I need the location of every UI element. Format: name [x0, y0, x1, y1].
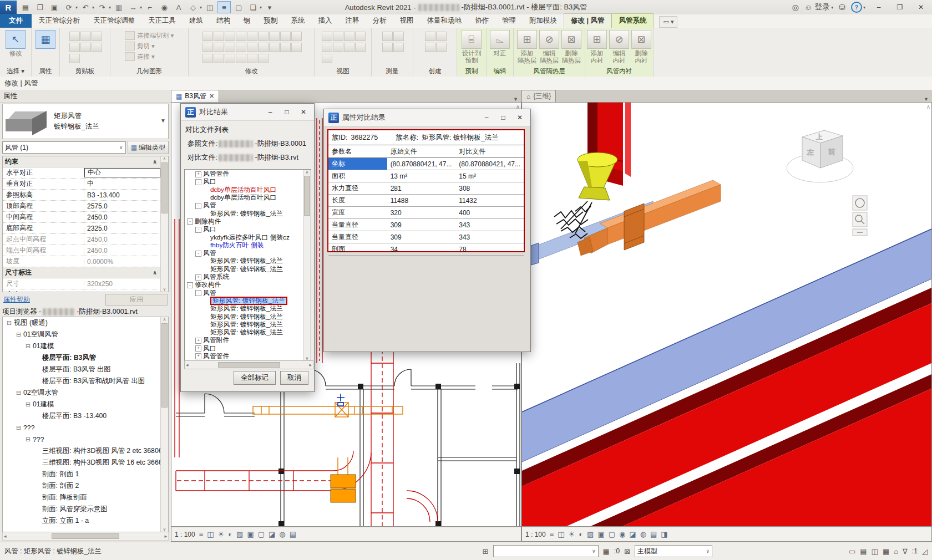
select-pinned-icon[interactable]: ◫ [872, 547, 878, 556]
property-dialog-titlebar[interactable]: 正 属性对比结果 – □ ✕ [324, 109, 530, 126]
compare-tree-item[interactable]: +风管附件 [185, 337, 303, 344]
sun-path-icon[interactable]: ☀ [569, 530, 575, 538]
plan-tab-overflow-icon[interactable]: ▼ [510, 96, 521, 102]
ribbon-display-toggle[interactable]: ▭ ▾ [659, 16, 677, 28]
type-selector[interactable]: 矩形风管 镀锌钢板_法兰 ▼ [2, 104, 169, 139]
browser-item[interactable]: ⊟01建模 [3, 399, 160, 410]
ribbon-tab-分析[interactable]: 分析 [366, 14, 393, 28]
view3d-scroll-hint-icon[interactable]: ∧ [926, 104, 930, 110]
dialog-maximize-icon[interactable]: □ [495, 111, 511, 124]
table-cell[interactable]: 343 [455, 231, 524, 243]
temporary-hide-icon[interactable]: ◪ [629, 530, 636, 538]
compare-tree-item[interactable]: -修改构件 [185, 281, 303, 289]
modify-tool-icon-11[interactable] [225, 43, 235, 52]
select-underlay-icon[interactable]: ▤ [860, 547, 867, 556]
browser-item[interactable]: 楼层平面: B3 -13.400 [3, 410, 160, 422]
tree-expand-icon[interactable]: + [195, 353, 201, 359]
table-cell[interactable]: 309 [387, 231, 456, 243]
design-options-icon[interactable]: ⊠ [624, 547, 630, 556]
ribbon-tab-插入[interactable]: 插入 [312, 14, 339, 28]
dialog-minimize-icon[interactable]: – [262, 106, 278, 118]
compare-tree-item[interactable]: -风口 [185, 178, 303, 186]
modify-tool-icon-12[interactable] [236, 43, 246, 52]
create-tool-icon-2[interactable] [425, 43, 435, 52]
modify-tool-icon-7[interactable] [280, 32, 291, 41]
table-cell[interactable]: 长度 [328, 195, 387, 207]
modify-tool-icon-13[interactable] [247, 43, 257, 52]
select-by-face-icon[interactable]: ▦ [883, 547, 889, 556]
reveal-hidden-icon[interactable]: ◍ [640, 530, 646, 538]
clipboard-tool-icon-1[interactable] [80, 32, 91, 41]
properties-help-link[interactable]: 属性帮助 [3, 295, 30, 304]
ribbon-tab-天正管综调整[interactable]: 天正管综调整 [87, 14, 141, 28]
dimension-icon[interactable]: ⌐ [143, 1, 156, 13]
clipboard-tool-icon-0[interactable] [69, 32, 80, 41]
compare-tree-item[interactable]: +风口 [185, 345, 303, 353]
project-browser-hscrollbar[interactable]: ◂▸ [2, 532, 169, 541]
ribbon-tab-文件[interactable]: 文件 [0, 14, 32, 28]
property-value[interactable]: 2450.0 [84, 236, 160, 243]
compare-tree-item[interactable]: 矩形风管: 镀锌钢板_法兰 [185, 266, 303, 273]
duct-lining-button-1[interactable]: ⊘编辑 内衬 [609, 30, 629, 64]
restore-button[interactable]: ❐ [892, 2, 908, 13]
thin-lines-icon[interactable]: ≡ [550, 530, 554, 538]
browser-item[interactable]: 楼层平面: B3风管 出图 [3, 364, 160, 375]
browser-item[interactable]: 三维视图: 构件3D视图 风管 2 etc 36806( [3, 445, 160, 457]
switch-windows-icon[interactable]: ❏ [246, 1, 260, 13]
undo-icon-dropdown[interactable]: ▾ [92, 5, 94, 10]
tab-close-icon[interactable]: ✕ [209, 93, 214, 100]
filter-icon[interactable]: ∇ [903, 547, 908, 556]
rendering-icon[interactable]: ▨ [236, 530, 243, 538]
duct-insulation-button-1[interactable]: ⊘编辑 隔热层 [539, 30, 559, 64]
browser-item[interactable]: ⊟01空调风管 [3, 329, 160, 340]
ribbon-tab-天正工具[interactable]: 天正工具 [141, 14, 183, 28]
modify-tool-icon-20[interactable] [225, 54, 235, 63]
clipboard-tool-icon-4[interactable] [80, 43, 91, 52]
properties-scrollbar[interactable]: ∧∨ [160, 156, 168, 292]
browser-item[interactable]: ⊟视图 (暖通) [3, 317, 160, 329]
tree-expand-icon[interactable]: ⊟ [16, 390, 22, 396]
modify-tool-icon-3[interactable] [236, 32, 246, 41]
collapse-chevron-icon[interactable]: ∧ [153, 269, 160, 276]
measure-tool-icon-2[interactable] [382, 43, 393, 52]
compare-tree-item[interactable]: -风口 [185, 226, 303, 233]
table-cell[interactable]: 281 [387, 182, 456, 195]
compare-tree-item[interactable]: dcby单层活动百叶风口 [185, 186, 303, 194]
crop-view-icon[interactable]: ▣ [247, 530, 254, 538]
compare-tree-item[interactable]: ykdyfk远控多叶风口 侧装cz [185, 233, 303, 241]
table-cell[interactable]: 15 m² [455, 170, 524, 182]
browser-item[interactable]: ⊟01建模 [3, 340, 160, 352]
worksharing-display-icon[interactable]: ▤ [650, 530, 657, 538]
modify-tool-icon-16[interactable] [280, 43, 291, 52]
edit-button-0[interactable]: ⌳对正 [490, 30, 510, 57]
compare-tree-item[interactable]: dcby单层活动百叶风口 [185, 194, 303, 202]
view-tool-icon-1[interactable] [333, 32, 343, 41]
sync-icon-dropdown[interactable]: ▾ [75, 5, 78, 10]
workset-combo[interactable]: ∨ [493, 545, 599, 557]
design-option-combo[interactable]: 主模型∨ [635, 545, 712, 557]
modify-tool-icon-23[interactable] [258, 54, 269, 63]
browser-item[interactable]: 立面: 立面 1 - a [3, 515, 160, 527]
mark-all-button[interactable]: 全部标记 [234, 371, 276, 385]
table-cell[interactable]: 34 [387, 243, 456, 256]
ribbon-tab-预制[interactable]: 预制 [257, 14, 285, 28]
duct-lining-button-2[interactable]: ⊠删除 内衬 [631, 30, 651, 64]
ribbon-tab-管理[interactable]: 管理 [495, 14, 523, 28]
table-cell[interactable]: 剖面 [328, 243, 387, 256]
measure-tool-icon-0[interactable] [382, 32, 393, 41]
create-tool-icon-1[interactable] [436, 32, 447, 41]
table-cell[interactable]: 11488 [387, 195, 456, 207]
geometry-item-2[interactable]: 连接 ▾ [125, 52, 174, 61]
drag-on-selection-icon[interactable]: ⌂ [894, 547, 898, 556]
view3d-canvas[interactable]: 上 左 前 ∧ [521, 103, 932, 527]
tree-expand-icon[interactable]: ⊟ [16, 425, 22, 431]
table-cell[interactable]: (80.870880421, 47... [455, 158, 524, 170]
property-value[interactable]: 2450.0 [84, 247, 160, 254]
modify-tool-icon-18[interactable] [202, 54, 213, 63]
browser-item[interactable]: ⊟??? [3, 434, 160, 445]
compare-tree-item[interactable]: -风管 [185, 250, 303, 257]
modify-tool-icon-19[interactable] [214, 54, 224, 63]
tree-expand-icon[interactable]: - [187, 218, 193, 225]
property-section-0[interactable]: 约束∧ [3, 156, 160, 167]
browser-item[interactable]: 楼层平面: B3风管和战时风管 出图 [3, 375, 160, 387]
